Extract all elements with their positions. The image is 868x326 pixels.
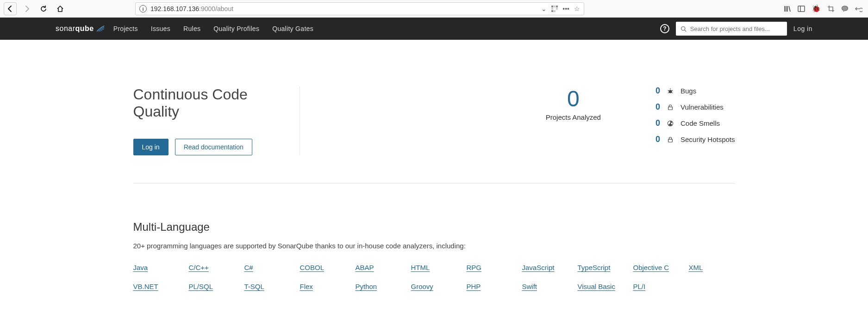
svg-rect-3 (551, 8, 553, 10)
language-link[interactable]: XML (689, 264, 735, 271)
stat-code-smells[interactable]: 0 Code Smells (652, 118, 735, 128)
search-input[interactable] (690, 25, 782, 32)
logo-waves-icon (96, 25, 105, 32)
stat-label: Security Hotspots (681, 135, 735, 143)
page-actions-icon[interactable]: ••• (562, 5, 569, 12)
language-link[interactable]: ABAP (356, 264, 402, 271)
forward-button (20, 2, 33, 15)
bookmark-star-icon[interactable]: ☆ (574, 5, 580, 12)
language-link[interactable]: Flex (300, 283, 346, 290)
svg-rect-5 (551, 10, 553, 12)
language-link[interactable]: COBOL (300, 264, 346, 271)
back-button[interactable] (4, 2, 17, 15)
chrome-toolbar-icons: 🐞 (784, 4, 864, 13)
language-link[interactable]: C# (244, 264, 291, 271)
main-content: Continuous Code Quality Log in Read docu… (124, 40, 744, 309)
library-icon[interactable] (784, 5, 791, 12)
svg-line-15 (672, 90, 673, 91)
stat-security-hotspots[interactable]: 0 Security Hotspots (652, 135, 735, 144)
radiation-icon (667, 120, 674, 127)
svg-rect-7 (798, 6, 805, 12)
svg-line-14 (668, 90, 669, 91)
nav-links: Projects Issues Rules Quality Profiles Q… (113, 25, 313, 32)
language-link[interactable]: Groovy (411, 283, 457, 290)
svg-rect-18 (668, 107, 673, 110)
svg-point-9 (842, 6, 848, 11)
language-grid: JavaC/C++C#COBOLABAPHTMLRPGJavaScriptTyp… (133, 264, 735, 290)
logo[interactable]: sonarqube (56, 25, 105, 33)
language-link[interactable]: VB.NET (133, 283, 180, 290)
svg-point-12 (668, 90, 672, 93)
svg-line-16 (668, 92, 669, 93)
language-link[interactable]: Python (356, 283, 402, 290)
language-link[interactable]: Visual Basic (578, 283, 624, 290)
bug-icon (667, 87, 674, 95)
reload-button[interactable] (37, 2, 50, 15)
hero-section: Continuous Code Quality Log in Read docu… (133, 40, 735, 184)
language-link[interactable]: JavaScript (522, 264, 568, 271)
sidebar-icon[interactable] (798, 5, 805, 12)
svg-rect-6 (554, 10, 556, 12)
language-link[interactable]: RPG (467, 264, 513, 271)
home-button[interactable] (54, 2, 67, 15)
nav-link-issues[interactable]: Issues (151, 25, 170, 32)
svg-rect-0 (551, 6, 553, 7)
info-icon: i (139, 5, 147, 12)
nav-right: ? Log in (660, 22, 812, 36)
language-link[interactable]: Swift (522, 283, 568, 290)
search-box[interactable] (676, 22, 787, 36)
stat-count: 0 (652, 102, 660, 112)
projects-count: 0 (546, 86, 601, 111)
qr-icon[interactable] (551, 6, 558, 12)
stat-bugs[interactable]: 0 Bugs (652, 86, 735, 96)
stat-vulnerabilities[interactable]: 0 Vulnerabilities (652, 102, 735, 112)
language-link[interactable]: PL/SQL (189, 283, 235, 290)
chat-icon[interactable] (841, 5, 849, 12)
section-title: Multi-Language (133, 221, 735, 234)
stat-count: 0 (652, 118, 660, 128)
svg-rect-2 (556, 6, 558, 7)
language-link[interactable]: C/C++ (189, 264, 235, 271)
stat-count: 0 (652, 135, 660, 144)
section-desc: 20+ programming languages are supported … (133, 242, 735, 250)
projects-analyzed: 0 Projects Analyzed (546, 86, 601, 121)
nav-link-rules[interactable]: Rules (183, 25, 200, 32)
svg-rect-1 (554, 6, 556, 7)
login-link[interactable]: Log in (793, 25, 812, 32)
top-nav: sonarqube Projects Issues Rules Quality … (0, 18, 868, 40)
undo-icon[interactable] (855, 5, 862, 12)
language-link[interactable]: TypeScript (578, 264, 624, 271)
nav-link-quality-profiles[interactable]: Quality Profiles (213, 25, 259, 32)
search-icon (681, 26, 687, 32)
nav-link-projects[interactable]: Projects (113, 25, 138, 32)
stat-label: Vulnerabilities (681, 103, 724, 111)
browser-chrome: i 192.168.107.136:9000/about ⌄ ••• ☆ 🐞 (0, 0, 868, 18)
stat-count: 0 (652, 86, 660, 96)
help-icon[interactable]: ? (660, 24, 669, 33)
crop-icon[interactable] (827, 5, 835, 12)
nav-link-quality-gates[interactable]: Quality Gates (272, 25, 313, 32)
svg-point-10 (681, 26, 685, 30)
url-bar[interactable]: i 192.168.107.136:9000/about ⌄ ••• ☆ (135, 2, 584, 15)
language-link[interactable]: Java (133, 264, 180, 271)
url-text: 192.168.107.136:9000/about (150, 5, 233, 12)
svg-rect-21 (668, 139, 673, 142)
read-documentation-button[interactable]: Read documentation (175, 139, 252, 155)
lock-icon (667, 136, 674, 143)
stats-list: 0 Bugs 0 Vulnerabilities 0 Code Smells 0 (652, 86, 735, 144)
url-bar-right: ⌄ ••• ☆ (541, 5, 580, 12)
hero-left: Continuous Code Quality Log in Read docu… (133, 86, 300, 155)
projects-label: Projects Analyzed (546, 113, 601, 121)
language-link[interactable]: Objective C (633, 264, 680, 271)
language-link[interactable]: PHP (467, 283, 513, 290)
unlock-icon (667, 104, 674, 111)
logo-text: sonarqube (56, 25, 94, 33)
chevron-down-icon[interactable]: ⌄ (541, 5, 547, 12)
hero-actions: Log in Read documentation (133, 139, 281, 155)
language-link[interactable]: HTML (411, 264, 457, 271)
extension-icon[interactable]: 🐞 (812, 4, 821, 13)
hero-right: 0 Projects Analyzed 0 Bugs 0 Vulnerabili… (300, 86, 735, 155)
language-link[interactable]: PL/I (633, 283, 680, 290)
language-link[interactable]: T-SQL (244, 283, 291, 290)
login-button[interactable]: Log in (133, 139, 169, 155)
